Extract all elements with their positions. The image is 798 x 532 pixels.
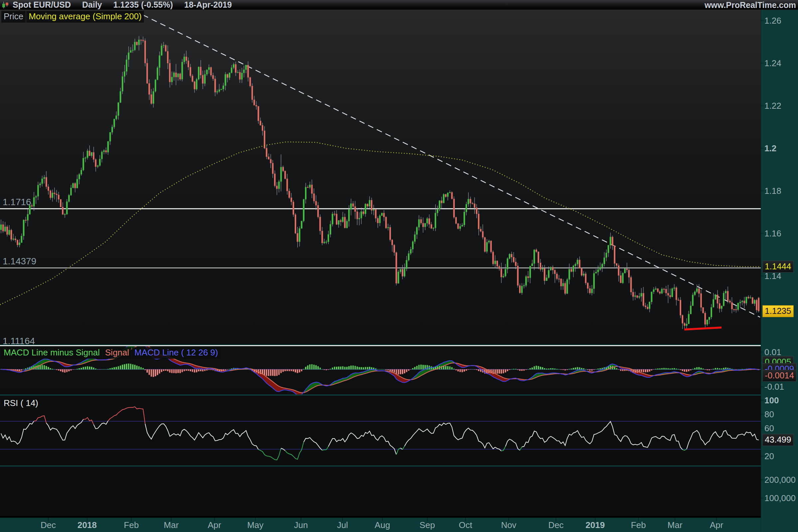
level-label-11716: 1.1716: [3, 197, 31, 208]
axis-tick: [761, 428, 764, 429]
macd-legend-row: MACD Line minus Signal Signal MACD Line …: [1, 347, 221, 359]
time-axis-label: Oct: [459, 520, 472, 530]
axis-tick: [761, 386, 764, 387]
time-axis-label: 2018: [77, 520, 97, 530]
macd-line-legend[interactable]: MACD Line ( 12 26 9): [132, 347, 220, 359]
macd-axis-label: 0.01: [764, 347, 781, 358]
axis-tick: [761, 400, 764, 401]
macd-signal-value-marker: -0.0014: [762, 370, 796, 382]
rsi-axis-label: 100: [764, 395, 779, 406]
time-axis-label: Feb: [124, 520, 139, 530]
right-axis[interactable]: 1.261.241.221.21.181.161.140.01-0.011008…: [761, 10, 798, 532]
chart-plot-background: [0, 10, 761, 517]
time-axis-label: Nov: [501, 520, 516, 530]
rsi-legend-row: RSI ( 14): [1, 398, 41, 409]
axis-tick: [761, 148, 764, 149]
time-axis-label: Mar: [668, 520, 683, 530]
price-axis-label: 1.26: [764, 16, 781, 26]
axis-tick: [761, 20, 764, 21]
rsi-legend[interactable]: RSI ( 14): [1, 398, 41, 409]
axis-tick: [761, 414, 764, 415]
price-axis-label: 1.24: [764, 58, 781, 69]
time-axis-label: Aug: [375, 520, 390, 530]
macd-axis-label: -0.01: [764, 382, 784, 392]
price-axis-label: 1.16: [764, 228, 781, 239]
axis-tick: [761, 479, 764, 480]
axis-tick: [761, 276, 764, 277]
time-axis-label: Apr: [208, 520, 221, 530]
symbol-label[interactable]: Spot EUR/USD: [13, 0, 71, 10]
time-axis-label: Mar: [164, 520, 179, 530]
price-axis-label: 1.18: [764, 186, 781, 196]
time-axis-label: Dec: [41, 520, 56, 530]
macd-signal-legend[interactable]: Signal: [103, 347, 131, 359]
price-axis-label: 1.2: [764, 143, 776, 154]
last-price-change: 1.1235 (-0.55%): [113, 0, 173, 10]
axis-tick: [761, 352, 764, 353]
moving-average-legend[interactable]: Moving average (Simple 200): [26, 11, 144, 23]
rsi-axis-label: 60: [764, 423, 774, 434]
axis-tick: [761, 498, 764, 499]
time-axis-label: Feb: [631, 520, 646, 530]
volume-axis-label: 100,000: [764, 493, 796, 504]
time-axis-label: 2019: [586, 520, 605, 530]
rsi-axis-label: 80: [764, 409, 774, 420]
time-axis-label: Sep: [420, 520, 435, 530]
axis-tick: [761, 106, 764, 107]
time-axis-label: Apr: [710, 520, 723, 530]
macd-hist-legend[interactable]: MACD Line minus Signal: [1, 347, 102, 359]
time-axis-label: Jul: [337, 520, 348, 530]
axis-tick: [761, 233, 764, 234]
prorealtime-logo-icon: [1, 1, 10, 8]
time-axis-label: Jun: [294, 520, 308, 530]
level-label-111164: 1.11164: [3, 336, 35, 346]
rsi-value-marker: 43.499: [762, 434, 794, 446]
axis-tick: [761, 191, 764, 191]
time-axis[interactable]: Dec2018FebMarAprMayJunJulAugSepOctNovDec…: [0, 516, 798, 532]
time-axis-label: May: [247, 520, 263, 530]
volume-axis-label: 200,000: [764, 475, 796, 485]
price-axis-label: 1.22: [764, 101, 781, 111]
axis-tick: [761, 456, 764, 457]
date-label: 18-Apr-2019: [184, 0, 232, 10]
time-axis-label: Dec: [548, 520, 564, 530]
price-legend[interactable]: Price: [1, 11, 25, 23]
last-price-marker: 1.1235: [762, 305, 794, 317]
axis-tick: [761, 63, 764, 64]
ma200-value-marker: 1.1444: [762, 261, 794, 273]
rsi-axis-label: 20: [764, 451, 774, 461]
title-bar: Spot EUR/USD Daily 1.1235 (-0.55%) 18-Ap…: [0, 0, 798, 10]
level-label-114379: 1.14379: [3, 256, 36, 267]
price-legend-row: Price Moving average (Simple 200): [1, 11, 145, 23]
site-url: www.ProRealTime.com: [705, 0, 796, 10]
timeframe-label[interactable]: Daily: [82, 0, 102, 10]
prorealtime-chart-window: { "header": { "symbol": "Spot EUR/USD", …: [0, 0, 798, 532]
